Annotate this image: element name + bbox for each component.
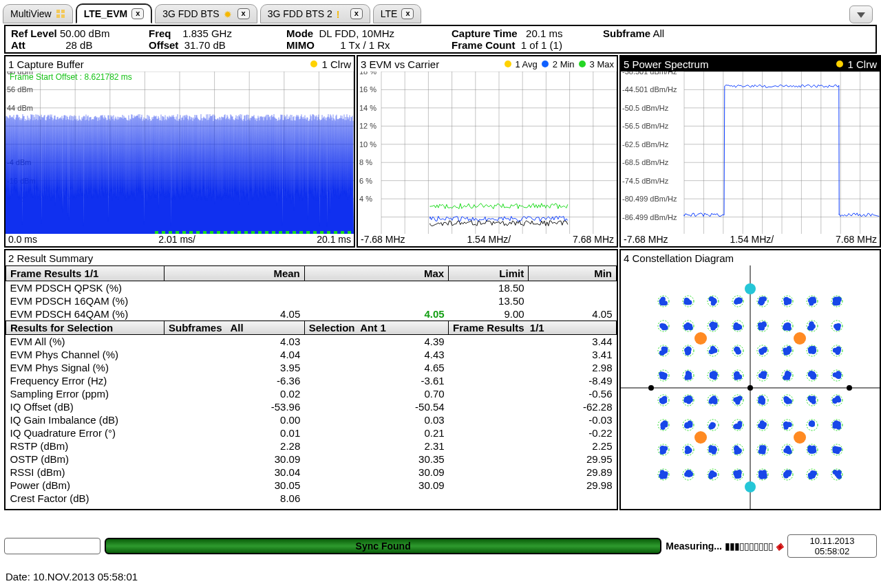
x-axis: -7.68 MHz 1.54 MHz/ 7.68 MHz	[358, 234, 617, 246]
tab-lte[interactable]: LTE x	[373, 4, 422, 23]
col-frame-results: Frame Results 1/1	[6, 266, 164, 281]
svg-point-147	[661, 425, 666, 430]
subframe-value: All	[653, 28, 665, 39]
chart-evm-vs-carrier[interactable]: 18 %16 %14 %12 %10 %8 %6 %4 %	[358, 72, 617, 235]
tab-3g-fdd-bts-2[interactable]: 3G FDD BTS 2 ! x	[260, 4, 370, 23]
svg-point-597	[810, 375, 815, 380]
tab-label: 3G FDD BTS 2	[268, 8, 332, 19]
svg-point-435	[758, 423, 763, 428]
panel-evm-vs-carrier: 3 EVM vs Carrier 1 Avg 2 Min 3 Max 18 %1…	[357, 55, 618, 248]
footnote: Date: 10.NOV.2013 05:58:01	[6, 571, 138, 582]
table-row: IQ Offset (dB)-53.96-50.54-62.28	[6, 400, 617, 413]
svg-point-282	[708, 448, 713, 453]
chart-power-spectrum[interactable]: -38.501 dBm/Hz-44.501 dBm/Hz-50.5 dBm/Hz…	[621, 72, 880, 235]
legend-label: 3 Max	[590, 59, 614, 69]
svg-point-426	[759, 445, 764, 450]
table-row: RSTP (dBm)2.282.312.25	[6, 439, 617, 453]
svg-point-201	[688, 471, 693, 476]
tab-multiview[interactable]: MultiView	[3, 4, 73, 23]
tab-label: LTE_EVM	[84, 8, 128, 19]
svg-point-660	[836, 398, 840, 402]
svg-point-700	[694, 431, 707, 444]
table-row: IQ Gain Imbalance (dB)0.000.03-0.03	[6, 413, 617, 426]
star-icon: ✹	[224, 9, 233, 19]
svg-rect-1	[61, 10, 65, 13]
svg-text:8 %: 8 %	[359, 158, 372, 166]
xtick: -7.68 MHz	[624, 234, 668, 246]
panel-title: 1 Capture Buffer	[8, 58, 84, 70]
panel-title: 5 Power Spectrum	[624, 58, 708, 70]
col-mean: Mean	[164, 266, 305, 281]
svg-point-702	[745, 283, 756, 294]
close-icon[interactable]: x	[401, 8, 414, 19]
panel-titlebar: 1 Capture Buffer 1 Clrw	[6, 56, 354, 72]
logo-icon: ◈	[776, 541, 783, 552]
svg-text:-80.499 dBm/Hz: -80.499 dBm/Hz	[622, 195, 677, 203]
xtick: 7.68 MHz	[573, 234, 614, 246]
trace-dot-icon	[579, 61, 586, 67]
svg-point-561	[810, 470, 815, 475]
svg-text:-62.5 dBm/Hz: -62.5 dBm/Hz	[622, 140, 669, 149]
svg-point-327	[713, 323, 718, 328]
panel-power-spectrum: 5 Power Spectrum 1 Clrw -38.501 dBm/Hz-4…	[619, 55, 881, 248]
table-row: EVM Phys Signal (%)3.954.652.98	[6, 361, 617, 374]
table-row: Frequency Error (Hz)-6.36-3.61-8.49	[6, 374, 617, 387]
svg-text:16 %: 16 %	[359, 85, 376, 94]
svg-point-246	[686, 347, 690, 352]
result-table: Frame Results 1/1 Mean Max Limit Min EVM…	[6, 265, 617, 505]
mimo-label: MIMO	[286, 39, 315, 51]
svg-point-363	[733, 424, 738, 429]
svg-point-273	[711, 472, 716, 477]
table-row: EVM PDSCH 16QAM (%)13.50	[6, 294, 617, 307]
svg-point-408	[734, 299, 739, 304]
svg-point-552	[784, 300, 789, 305]
sel-subframes: Subframes All	[164, 321, 305, 335]
table-row: Sampling Error (ppm)0.020.70-0.56	[6, 387, 617, 400]
svg-point-606	[811, 348, 816, 353]
tab-3g-fdd-bts[interactable]: 3G FDD BTS ✹ x	[155, 4, 257, 23]
svg-text:14 %: 14 %	[359, 104, 376, 112]
svg-point-640	[837, 447, 842, 452]
svg-text:44 dBm: 44 dBm	[7, 104, 33, 112]
panel-result-summary: 2 Result Summary Frame Results 1/1 Mean …	[4, 249, 618, 510]
svg-point-354	[735, 447, 740, 452]
svg-point-165	[659, 374, 664, 379]
legend-label: 2 Min	[553, 59, 575, 69]
frame-count-value: 1 of 1 (1)	[521, 39, 562, 51]
alert-icon: !	[337, 9, 346, 19]
col-max: Max	[304, 266, 448, 281]
trace-dot-icon	[505, 61, 511, 67]
table-row: EVM PDSCH 64QAM (%)4.054.059.004.05	[6, 307, 617, 321]
sel-label: Results for Selection	[6, 321, 164, 335]
sel-selection: Selection Ant 1	[304, 321, 448, 335]
trace-dot-icon	[310, 61, 317, 67]
svg-point-699	[794, 332, 806, 345]
tab-lte-evm[interactable]: LTE_EVM x	[76, 3, 153, 23]
tab-overflow-button[interactable]	[849, 6, 873, 23]
panel-title: 3 EVM vs Carrier	[361, 58, 439, 70]
svg-point-237	[685, 373, 690, 378]
ref-level-value: 50.00 dBm	[60, 28, 110, 39]
trace-label: 1 Clrw	[321, 58, 351, 70]
col-limit: Limit	[449, 266, 529, 281]
att-value: 28 dB	[65, 39, 92, 51]
svg-text:-86.499 dBm/Hz: -86.499 dBm/Hz	[622, 213, 677, 221]
tab-label: MultiView	[10, 8, 52, 19]
panel-titlebar: 3 EVM vs Carrier 1 Avg 2 Min 3 Max	[358, 56, 617, 72]
col-min: Min	[529, 266, 617, 281]
svg-point-706	[747, 385, 753, 391]
svg-point-633	[836, 473, 841, 478]
table-row: OSTP (dBm)30.0930.3529.95	[6, 453, 617, 466]
status-slot	[4, 538, 100, 554]
sync-status-text: Sync Found	[356, 541, 411, 552]
mimo-value: 1 Tx / 1 Rx	[340, 39, 390, 51]
chart-capture-buffer[interactable]: 68 dBm56 dBm44 dBm-4 dBm-16 dBm-28 dBmFr…	[6, 72, 354, 235]
svg-text:4 %: 4 %	[359, 195, 372, 203]
close-icon[interactable]: x	[350, 8, 363, 19]
close-icon[interactable]: x	[131, 8, 144, 19]
offset-label: Offset	[149, 39, 178, 51]
svg-point-489	[783, 472, 788, 477]
chart-constellation[interactable]	[621, 265, 880, 510]
svg-text:12 %: 12 %	[359, 122, 376, 130]
close-icon[interactable]: x	[237, 8, 250, 19]
